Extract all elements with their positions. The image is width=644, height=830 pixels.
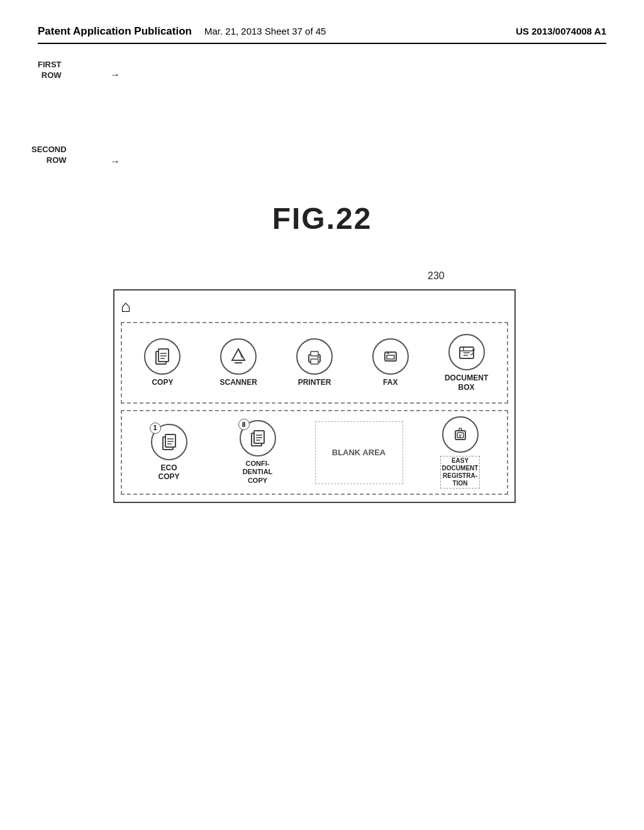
ecocopy-item: 1 ECO COPY bbox=[138, 424, 201, 482]
docbox-icon bbox=[457, 342, 477, 362]
svg-marker-5 bbox=[232, 349, 245, 360]
copy-icon bbox=[152, 346, 172, 367]
fax-icon bbox=[380, 346, 401, 367]
first-row-label: FIRST ROW bbox=[38, 60, 62, 81]
home-icon: ⌂ bbox=[121, 297, 131, 316]
svg-rect-1 bbox=[158, 349, 169, 362]
first-row-arrow: → bbox=[110, 69, 120, 80]
publication-label: Patent Application Publication bbox=[38, 25, 192, 38]
svg-rect-19 bbox=[165, 434, 175, 447]
scanner-icon bbox=[228, 346, 248, 367]
page-header: Patent Application Publication Mar. 21, … bbox=[38, 25, 606, 44]
printer-icon bbox=[304, 346, 325, 367]
blank-area-item: BLANK AREA bbox=[315, 421, 403, 484]
first-row-icons: COPY SCANNER bbox=[122, 323, 507, 402]
second-row-arrow: → bbox=[110, 156, 120, 167]
ecocopy-icon-circle: 1 bbox=[151, 424, 187, 460]
copy-item: COPY bbox=[131, 338, 194, 387]
scanner-item: SCANNER bbox=[207, 338, 270, 387]
confidentialcopy-icon bbox=[248, 428, 268, 448]
diagram-container: ⌂ COPY bbox=[113, 289, 516, 503]
confidentialcopy-item: 8 CONFI- DENTIAL COPY bbox=[226, 420, 289, 485]
printer-item: PRINTER bbox=[283, 338, 346, 387]
easydoc-icon-circle bbox=[442, 416, 479, 453]
scanner-icon-circle bbox=[220, 338, 257, 375]
svg-line-6 bbox=[238, 349, 242, 358]
ecocopy-badge: 1 bbox=[150, 423, 161, 434]
svg-point-12 bbox=[317, 357, 319, 358]
svg-rect-14 bbox=[387, 355, 394, 359]
svg-rect-11 bbox=[311, 351, 318, 356]
confidentialcopy-icon-circle: 8 bbox=[240, 420, 276, 456]
figure-title: FIG.22 bbox=[272, 201, 372, 236]
copy-icon-circle bbox=[144, 338, 180, 375]
reference-number: 230 bbox=[428, 270, 445, 282]
docbox-label: DOCUMENT BOX bbox=[445, 374, 488, 392]
date-sheet-label: Mar. 21, 2013 Sheet 37 of 45 bbox=[204, 26, 503, 36]
ecocopy-icon bbox=[159, 432, 179, 452]
easydoc-label: EASY DOCUMENT REGISTRA- TION bbox=[440, 456, 480, 489]
blank-area-label: BLANK AREA bbox=[332, 448, 386, 457]
easydoc-icon bbox=[450, 424, 470, 445]
printer-label: PRINTER bbox=[298, 378, 331, 387]
scanner-label: SCANNER bbox=[220, 378, 257, 387]
confidentialcopy-label: CONFI- DENTIAL COPY bbox=[243, 460, 273, 485]
svg-rect-10 bbox=[311, 359, 318, 364]
docbox-item: DOCUMENT BOX bbox=[435, 334, 498, 392]
second-row-icons: 1 ECO COPY 8 bbox=[122, 411, 507, 494]
fax-label: FAX bbox=[383, 378, 397, 387]
easydoc-item: EASY DOCUMENT REGISTRA- TION bbox=[429, 416, 492, 489]
confidentialcopy-badge: 8 bbox=[238, 419, 250, 430]
svg-rect-24 bbox=[254, 431, 264, 443]
docbox-icon-circle bbox=[448, 334, 485, 370]
fax-icon-circle bbox=[372, 338, 409, 375]
second-row-label: SECOND ROW bbox=[31, 145, 67, 166]
printer-icon-circle bbox=[296, 338, 333, 375]
second-row-section: 1 ECO COPY 8 bbox=[121, 410, 508, 495]
home-icon-area: ⌂ bbox=[121, 297, 131, 316]
copy-label: COPY bbox=[152, 378, 173, 387]
first-row-section: COPY SCANNER bbox=[121, 322, 508, 404]
fax-item: FAX bbox=[359, 338, 422, 387]
patent-number-label: US 2013/0074008 A1 bbox=[516, 26, 606, 36]
ecocopy-label: ECO COPY bbox=[158, 463, 179, 482]
